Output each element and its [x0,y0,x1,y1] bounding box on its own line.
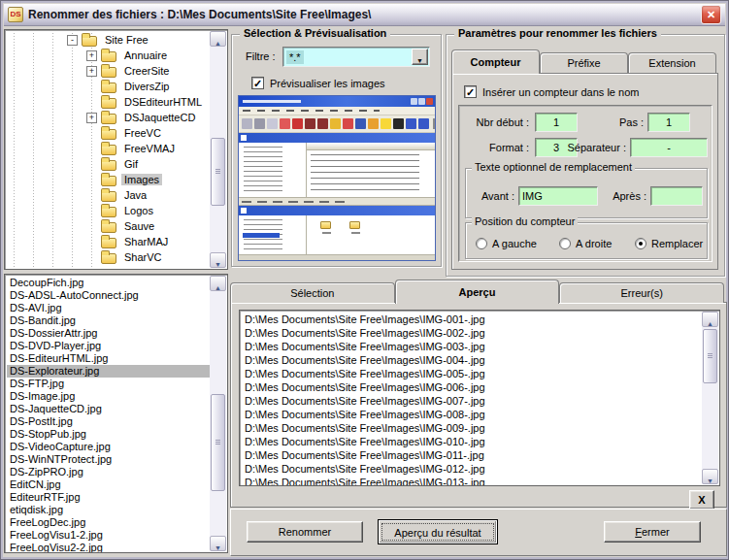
result-list-item[interactable]: D:\Mes Documents\Site Free\Images\IMG-00… [242,353,702,367]
nbr-debut-input[interactable] [535,113,578,132]
insert-counter-checkbox[interactable]: ✓ Insérer un compteur dans le nom [464,85,639,98]
filter-combobox[interactable]: *.* ▼ [282,47,430,67]
checkbox-box[interactable]: ✓ [464,85,477,98]
radio-a-droite[interactable]: A droite [559,238,612,249]
file-list-item[interactable]: DS-DVD-Player.jpg [7,340,210,352]
pas-input[interactable] [647,113,690,132]
result-list-item[interactable]: D:\Mes Documents\Site Free\Images\IMG-01… [242,448,702,462]
expander-icon[interactable]: - [67,35,78,46]
arrow-up-icon: ▲ [215,284,221,291]
file-list-item[interactable]: DS-ZipPRO.jpg [7,466,210,478]
result-list-item[interactable]: D:\Mes Documents\Site Free\Images\IMG-00… [242,313,702,326]
tree-item[interactable]: Sauve [5,218,210,234]
result-list-item[interactable]: D:\Mes Documents\Site Free\Images\IMG-00… [242,421,702,435]
file-list-item[interactable]: DS-StopPub.jpg [7,428,210,441]
result-list-item[interactable]: D:\Mes Documents\Site Free\Images\IMG-00… [242,380,702,394]
file-list-item[interactable]: DS-PostIt.jpg [7,415,210,428]
renommer-button[interactable]: Renommer [247,521,363,543]
avant-input[interactable] [518,186,598,206]
radio-icon [559,238,571,249]
radio-remplacer[interactable]: Remplacer [635,238,703,249]
tree-item[interactable]: +Annuaire [5,48,210,63]
file-list-item[interactable]: DS-DossierAttr.jpg [7,327,210,340]
file-list-item[interactable]: FreeLogDec.jpg [7,516,210,529]
tree-item[interactable]: FreeVC [5,125,210,141]
tab-compteur[interactable]: Compteur [451,49,540,74]
scroll-thumb[interactable] [211,138,225,206]
result-list[interactable]: D:\Mes Documents\Site Free\Images\IMG-00… [239,310,720,486]
tab-pr-fixe[interactable]: Préfixe [540,52,628,73]
tree-item[interactable]: Logos [5,203,210,218]
result-list-item[interactable]: D:\Mes Documents\Site Free\Images\IMG-00… [242,394,702,408]
filter-label: Filtre : [246,50,276,62]
file-list-item[interactable]: etiqdisk.jpg [7,504,210,516]
file-list-item[interactable]: DS-FTP.jpg [7,378,210,390]
scroll-thumb[interactable] [211,394,225,491]
file-list-item[interactable]: DS-Image.jpg [7,390,210,403]
file-list-item[interactable]: EditeurRTF.jpg [7,491,210,504]
tree-item[interactable]: +DSJaquetteCD [5,110,210,125]
titlebar[interactable]: DS Renommer des fichiers : D:\Mes Docume… [4,4,725,26]
scroll-down-button[interactable]: ▼ [210,536,226,551]
expander-icon[interactable]: + [86,66,97,77]
result-list-item[interactable]: D:\Mes Documents\Site Free\Images\IMG-00… [242,340,702,353]
file-list-item[interactable]: DS-AVI.jpg [7,302,210,314]
separateur-input[interactable] [630,138,708,157]
file-list-item[interactable]: DS-VideoCapture.jpg [7,441,210,453]
result-list-item[interactable]: D:\Mes Documents\Site Free\Images\IMG-00… [242,367,702,380]
radio-a-gauche[interactable]: A gauche [476,238,537,249]
file-list-item[interactable]: DS-EditeurHTML.jpg [7,352,210,365]
tree-item[interactable]: DSEditeurHTML [5,94,210,110]
fermer-button[interactable]: Fermer [604,521,701,543]
tree-item[interactable]: Images [5,172,210,187]
preview-checkbox[interactable]: ✓ Prévisualiser les images [251,77,385,89]
tab-extension[interactable]: Extension [628,52,716,73]
result-list-item[interactable]: D:\Mes Documents\Site Free\Images\IMG-00… [242,408,702,421]
result-list-item[interactable]: D:\Mes Documents\Site Free\Images\IMG-00… [242,326,702,340]
file-list[interactable]: DecoupFich.jpgDS-ADSL-AutoConnect.jpgDS-… [4,274,228,553]
tree-item[interactable]: FreeVMAJ [5,141,210,156]
tree-item[interactable]: Gif [5,156,210,172]
tree-scrollbar[interactable]: ▲ ▼ [210,31,226,268]
tree-item[interactable]: Java [5,187,210,203]
folder-tree[interactable]: -Site Free+Annuaire+CreerSiteDiversZipDS… [4,29,228,270]
tree-item[interactable]: SharVC [5,249,210,265]
folder-icon [101,82,116,93]
tree-item[interactable]: SharMAJ [5,234,210,249]
apres-input[interactable] [650,186,703,206]
file-list-item[interactable]: EditCN.jpg [7,478,210,491]
scroll-up-button[interactable]: ▲ [210,276,226,291]
file-list-item[interactable]: DS-Bandit.jpg [7,314,210,327]
result-list-item[interactable]: D:\Mes Documents\Site Free\Images\IMG-01… [242,462,702,476]
tree-item[interactable]: -Site Free [5,32,210,48]
file-list-item[interactable]: DS-ADSL-AutoConnect.jpg [7,289,210,302]
result-scrollbar[interactable]: ▲ ▼ [702,312,718,484]
file-list-item[interactable]: FreeLogVisu2-2.jpg [7,542,210,553]
clear-list-button[interactable]: X [689,490,714,510]
params-tabs: CompteurPréfixeExtension [451,49,716,73]
tab-aper-u[interactable]: Aperçu [395,280,560,304]
checkbox-box[interactable]: ✓ [251,77,264,89]
file-list-item[interactable]: DS-Explorateur.jpg [7,365,210,378]
file-list-item[interactable]: DS-WinNTProtect.jpg [7,453,210,466]
expander-icon[interactable]: + [86,113,97,123]
scroll-up-button[interactable]: ▲ [210,31,226,47]
result-list-item[interactable]: D:\Mes Documents\Site Free\Images\IMG-01… [242,435,702,448]
file-list-scrollbar[interactable]: ▲ ▼ [210,276,226,551]
file-list-item[interactable]: FreeLogVisu1-2.jpg [7,529,210,542]
scroll-down-button[interactable]: ▼ [210,252,226,268]
tree-item[interactable]: +CreerSite [5,63,210,79]
tree-item[interactable]: DiversZip [5,79,210,94]
combo-dropdown-button[interactable]: ▼ [412,49,428,65]
close-button[interactable]: ✕ [701,5,721,24]
file-list-item[interactable]: DS-JaquetteCD.jpg [7,403,210,415]
file-list-item[interactable]: DecoupFich.jpg [7,277,210,289]
apercu-du-resultat-button[interactable]: Aperçu du résultat [378,519,498,544]
tab-erreur-s[interactable]: Erreur(s) [559,282,724,303]
expander-icon[interactable]: + [86,50,97,61]
result-list-item[interactable]: D:\Mes Documents\Site Free\Images\IMG-01… [242,476,702,486]
scroll-down-button[interactable]: ▼ [702,469,718,484]
scroll-thumb[interactable] [703,329,717,383]
tab-s-lection[interactable]: Sélection [230,282,395,303]
scroll-up-button[interactable]: ▲ [702,312,718,327]
